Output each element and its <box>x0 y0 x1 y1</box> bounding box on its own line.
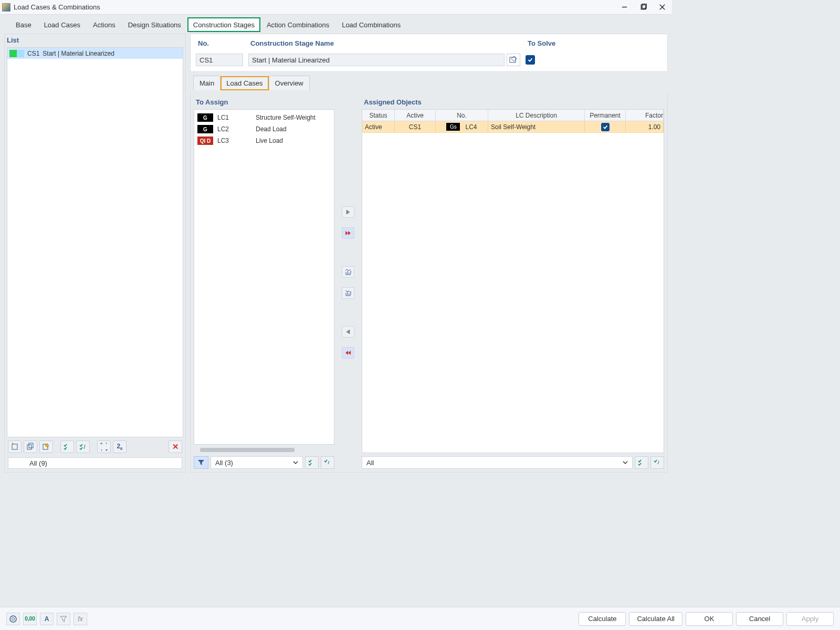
col-active[interactable]: Active <box>395 110 436 121</box>
assigned-invert-button[interactable] <box>650 456 664 469</box>
tab-load-cases[interactable]: Load Cases <box>38 17 87 32</box>
assign-item[interactable]: G LC1 Structure Self-Weight <box>197 112 331 123</box>
assign-filter-dropdown[interactable]: All (3) <box>211 456 303 469</box>
transfer-buttons <box>339 96 358 469</box>
delete-button[interactable]: ✕ <box>169 440 182 453</box>
category-tag: QI D <box>197 136 213 145</box>
assign-hscroll[interactable] <box>200 448 328 453</box>
titlebar: Load Cases & Combinations <box>0 0 672 15</box>
col-no[interactable]: No. <box>436 110 488 121</box>
assign-item[interactable]: QI D LC3 Live Load <box>197 135 331 146</box>
list-filter-label: All (9) <box>29 459 47 467</box>
category-tag: G <box>197 125 213 133</box>
select-all-button[interactable] <box>305 456 319 469</box>
name-label: Construction Stage Name <box>248 37 520 50</box>
assign-item-code: LC1 <box>217 114 233 121</box>
move-all-right-button[interactable] <box>342 227 354 239</box>
to-solve-checkbox[interactable] <box>526 55 535 65</box>
tab-actions[interactable]: Actions <box>87 17 122 32</box>
window-title: Load Cases & Combinations <box>14 3 620 11</box>
sort-button[interactable]: 26 <box>113 440 127 453</box>
subtab-main[interactable]: Main <box>193 76 220 90</box>
top-tabstrip: Base Load Cases Actions Design Situation… <box>0 15 672 32</box>
col-perm[interactable]: Permanent <box>585 110 626 121</box>
uncheck-all-button[interactable] <box>76 440 90 453</box>
tab-design-situations[interactable]: Design Situations <box>122 17 187 32</box>
close-button[interactable] <box>657 3 667 12</box>
assign-item-desc: Dead Load <box>256 125 287 133</box>
list-title: List <box>5 34 185 47</box>
minimize-button[interactable] <box>620 3 629 12</box>
no-field[interactable]: CS1 <box>196 54 243 66</box>
svg-rect-3 <box>27 445 32 449</box>
cell-status: Active <box>362 121 395 132</box>
tab-base[interactable]: Base <box>9 17 38 32</box>
move-all-left-button[interactable] <box>342 347 354 359</box>
copy-button[interactable] <box>24 440 37 453</box>
filter-funnel-button[interactable] <box>194 456 208 469</box>
move-right-button[interactable] <box>342 206 354 218</box>
chart-down-button[interactable] <box>342 287 354 299</box>
cell-factor: 1.00 <box>626 121 664 132</box>
rename-button[interactable] <box>507 54 520 66</box>
permanent-checkbox[interactable] <box>601 123 610 131</box>
subtab-overview[interactable]: Overview <box>269 76 310 90</box>
list-filter-dropdown[interactable]: All (9) <box>8 457 182 469</box>
assign-item-desc: Structure Self-Weight <box>256 114 316 121</box>
assigned-select-all-button[interactable] <box>635 456 648 469</box>
solve-label: To Solve <box>526 37 662 50</box>
tab-action-combinations[interactable]: Action Combinations <box>260 17 335 32</box>
assign-item[interactable]: G LC2 Dead Load <box>197 123 331 135</box>
list-body[interactable]: CS1 Start | Material Linearized <box>7 47 183 437</box>
chart-up-button[interactable] <box>342 266 354 278</box>
row-tag: Gs <box>446 123 460 131</box>
col-desc[interactable]: LC Description <box>488 110 585 121</box>
list-item[interactable]: CS1 Start | Material Linearized <box>7 48 183 59</box>
cell-desc: Soil Self-Weight <box>488 121 585 132</box>
list-item-label: Start | Material Linearized <box>43 50 114 57</box>
assign-item-code: LC2 <box>217 125 233 133</box>
invert-select-button[interactable] <box>321 456 334 469</box>
color-swatch-icon <box>9 50 24 57</box>
assigned-title: Assigned Objects <box>362 96 664 109</box>
table-row[interactable]: Active CS1 Gs LC4 Soil Self-Weight 1.00 <box>362 121 664 133</box>
tab-construction-stages[interactable]: Construction Stages <box>187 17 260 32</box>
assign-item-code: LC3 <box>217 137 233 144</box>
svg-rect-4 <box>29 443 33 448</box>
no-label: No. <box>196 37 243 50</box>
list-panel: List CS1 Start | Material Linearized 26 <box>4 34 186 472</box>
assigned-table[interactable]: Status Active No. LC Description Permane… <box>362 109 664 453</box>
col-factor[interactable]: Factor <box>626 110 664 121</box>
header-row: No. CS1 Construction Stage Name Start | … <box>190 34 668 72</box>
check-all-button[interactable] <box>60 440 74 453</box>
to-assign-title: To Assign <box>194 96 334 109</box>
subtab-load-cases[interactable]: Load Cases <box>220 76 268 90</box>
list-toolbar: 26 ✕ <box>5 437 185 455</box>
renumber-button[interactable] <box>97 440 111 453</box>
name-field[interactable]: Start | Material Linearized <box>248 54 505 66</box>
svg-rect-2 <box>12 444 17 449</box>
cell-perm <box>585 121 626 132</box>
assign-item-desc: Live Load <box>256 137 283 144</box>
assigned-filter-dropdown[interactable]: All <box>362 456 633 469</box>
subtabs: Main Load Cases Overview <box>190 75 668 90</box>
tab-load-combinations[interactable]: Load Combinations <box>335 17 407 32</box>
list-item-code: CS1 <box>27 50 39 57</box>
maximize-button[interactable] <box>638 3 648 12</box>
to-assign-list[interactable]: G LC1 Structure Self-Weight G LC2 Dead L… <box>194 109 334 445</box>
edit-button[interactable] <box>39 440 53 453</box>
new-button[interactable] <box>8 440 22 453</box>
cell-active: CS1 <box>395 121 436 132</box>
col-status[interactable]: Status <box>362 110 395 121</box>
table-header: Status Active No. LC Description Permane… <box>362 110 664 121</box>
category-tag: G <box>197 113 213 122</box>
move-left-button[interactable] <box>342 326 354 338</box>
app-icon <box>2 3 10 12</box>
cell-no: Gs LC4 <box>436 121 488 132</box>
